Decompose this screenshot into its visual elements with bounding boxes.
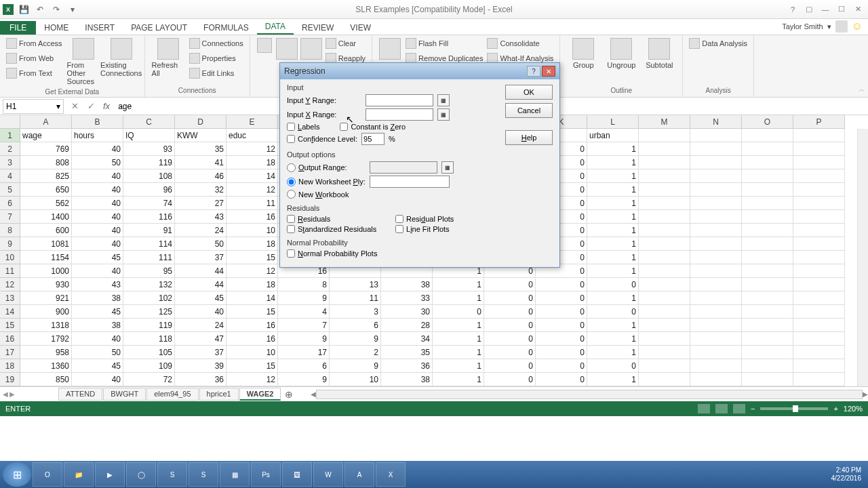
- cell[interactable]: [639, 183, 690, 197]
- cell[interactable]: 6: [330, 319, 381, 332]
- row-header[interactable]: 16: [0, 332, 20, 346]
- cell[interactable]: 0: [484, 359, 536, 373]
- column-header[interactable]: L: [587, 115, 639, 129]
- hscroll-right-icon[interactable]: ▶: [863, 390, 868, 398]
- cell[interactable]: 11: [226, 197, 278, 210]
- cell[interactable]: [742, 319, 793, 332]
- zoom-out-icon[interactable]: −: [751, 405, 755, 413]
- tray-icon[interactable]: [787, 469, 797, 480]
- cell[interactable]: [690, 359, 742, 373]
- cell[interactable]: 40: [72, 224, 123, 237]
- cell[interactable]: [793, 142, 845, 156]
- cell[interactable]: 18: [226, 278, 278, 291]
- cell[interactable]: 14: [226, 169, 278, 183]
- column-header[interactable]: D: [175, 115, 226, 129]
- cell[interactable]: 650: [20, 183, 72, 197]
- cell[interactable]: 1: [587, 156, 639, 169]
- sheet-tab[interactable]: WAGE2: [239, 388, 281, 401]
- cell[interactable]: 825: [20, 169, 72, 183]
- column-header[interactable]: M: [639, 115, 690, 129]
- horizontal-scrollbar[interactable]: [316, 390, 863, 399]
- dialog-titlebar[interactable]: Regression ? ✕: [280, 63, 559, 79]
- file-tab[interactable]: FILE: [0, 21, 36, 35]
- cell[interactable]: 16: [226, 319, 278, 332]
- input-y-range-field[interactable]: [366, 94, 433, 106]
- sheet-tab[interactable]: elem94_95: [146, 388, 198, 401]
- from-access-button[interactable]: From Access: [4, 37, 64, 50]
- row-header[interactable]: 1: [0, 129, 20, 142]
- cell[interactable]: 0: [484, 332, 536, 346]
- cell[interactable]: [793, 346, 845, 359]
- feedback-smiley-icon[interactable]: ☺: [852, 20, 863, 33]
- cell[interactable]: [690, 319, 742, 332]
- start-button[interactable]: ⊞: [3, 462, 31, 487]
- cell[interactable]: 39: [175, 359, 226, 373]
- cell[interactable]: 0: [536, 319, 587, 332]
- cell[interactable]: hours: [72, 129, 123, 142]
- cell[interactable]: 930: [20, 278, 72, 291]
- cell[interactable]: 1: [587, 346, 639, 359]
- cell[interactable]: 12: [226, 264, 278, 278]
- cell[interactable]: 1: [587, 291, 639, 305]
- output-range-radio[interactable]: Output Range:: [287, 163, 366, 172]
- row-header[interactable]: 14: [0, 305, 20, 319]
- media-taskbar-icon[interactable]: ▶: [95, 462, 125, 487]
- cell[interactable]: 45: [175, 291, 226, 305]
- cancel-button[interactable]: Cancel: [505, 103, 553, 118]
- cell[interactable]: 1318: [20, 319, 72, 332]
- cell[interactable]: [639, 237, 690, 251]
- cell[interactable]: 14: [226, 291, 278, 305]
- cell[interactable]: 95: [123, 264, 175, 278]
- home-tab[interactable]: HOME: [36, 21, 77, 35]
- cell[interactable]: 1: [587, 264, 639, 278]
- name-box[interactable]: H1▾: [3, 99, 64, 114]
- skype-taskbar-icon[interactable]: S: [189, 462, 218, 487]
- cell[interactable]: [639, 210, 690, 224]
- line-fit-plots-checkbox[interactable]: Line Fit Plots: [395, 225, 450, 233]
- residuals-checkbox[interactable]: Residuals: [287, 215, 382, 223]
- enter-formula-icon[interactable]: ✓: [83, 99, 99, 114]
- cell[interactable]: [690, 129, 742, 142]
- cell[interactable]: 36: [381, 359, 433, 373]
- new-worksheet-radio[interactable]: New Worksheet Ply:: [287, 178, 366, 186]
- cell[interactable]: 0: [536, 291, 587, 305]
- formulas-tab[interactable]: FORMULAS: [195, 21, 257, 35]
- column-header[interactable]: P: [793, 115, 845, 129]
- cell[interactable]: [742, 332, 793, 346]
- input-x-range-field[interactable]: [366, 108, 433, 121]
- cell[interactable]: 0: [484, 346, 536, 359]
- cell[interactable]: 17: [278, 346, 330, 359]
- cell[interactable]: [742, 224, 793, 237]
- system-clock[interactable]: 2:40 PM 4/22/2016: [827, 466, 866, 483]
- cell[interactable]: 1: [433, 359, 484, 373]
- cell[interactable]: 93: [123, 142, 175, 156]
- sheet-nav-next-icon[interactable]: ▶: [9, 390, 15, 398]
- cell[interactable]: [793, 319, 845, 332]
- cell[interactable]: [639, 373, 690, 386]
- cell[interactable]: 50: [72, 156, 123, 169]
- cell[interactable]: 0: [484, 319, 536, 332]
- photoshop-taskbar-icon[interactable]: Ps: [251, 462, 281, 487]
- cell[interactable]: [639, 156, 690, 169]
- cell[interactable]: 1: [587, 251, 639, 264]
- cell[interactable]: 118: [123, 332, 175, 346]
- cell[interactable]: 119: [123, 156, 175, 169]
- cell[interactable]: 34: [381, 332, 433, 346]
- cell[interactable]: 0: [587, 359, 639, 373]
- cell[interactable]: 1: [587, 332, 639, 346]
- cell[interactable]: [690, 183, 742, 197]
- cell[interactable]: 108: [123, 169, 175, 183]
- cell[interactable]: 40: [72, 332, 123, 346]
- cell[interactable]: 0: [536, 359, 587, 373]
- cell[interactable]: 40: [72, 237, 123, 251]
- cell[interactable]: 12: [226, 142, 278, 156]
- cell[interactable]: [690, 373, 742, 386]
- cell[interactable]: 1: [587, 183, 639, 197]
- acrobat-taskbar-icon[interactable]: A: [344, 462, 374, 487]
- cell[interactable]: IQ: [123, 129, 175, 142]
- cell[interactable]: 13: [330, 278, 381, 291]
- app3-taskbar-icon[interactable]: ▦: [220, 462, 250, 487]
- cell[interactable]: 1: [587, 224, 639, 237]
- std-residuals-checkbox[interactable]: Standardized Residuals: [287, 225, 382, 233]
- column-header[interactable]: E: [226, 115, 278, 129]
